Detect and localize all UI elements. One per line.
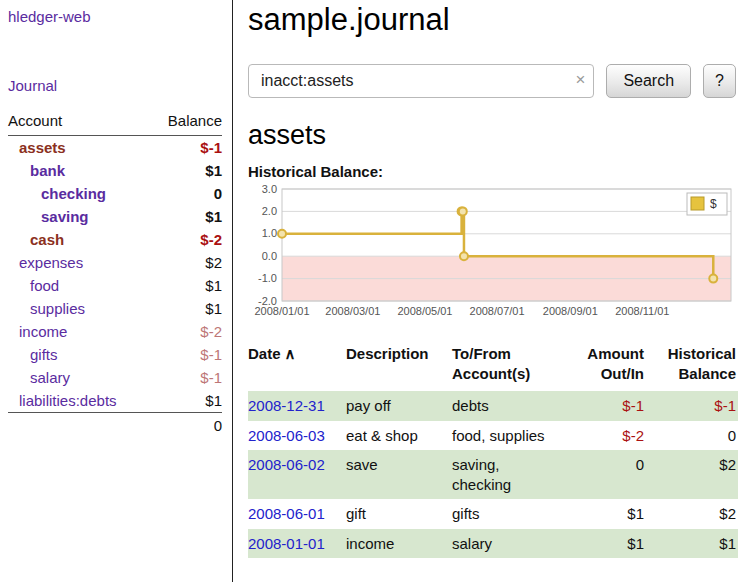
col-amount: Amount Out/In: [560, 342, 646, 391]
account-link[interactable]: liabilities:debts: [8, 392, 117, 409]
account-row: income $-2: [8, 320, 222, 343]
transaction-row: 2008-06-02 save saving, checking 0 $2: [248, 450, 738, 499]
transaction-accounts: gifts: [452, 499, 560, 529]
search-bar: × Search ?: [248, 64, 736, 98]
account-row: cash $-2: [8, 228, 222, 251]
account-balance: $1: [205, 300, 222, 317]
account-link[interactable]: income: [8, 323, 67, 340]
transaction-row: 2008-06-01 gift gifts $1 $2: [248, 499, 738, 529]
svg-text:$: $: [710, 197, 717, 211]
svg-text:-1.0: -1.0: [258, 272, 277, 284]
transaction-row: 2008-06-03 eat & shop food, supplies $-2…: [248, 421, 738, 451]
clear-search-icon[interactable]: ×: [575, 70, 585, 90]
accounts-total-row: 0: [8, 412, 222, 438]
account-row: salary $-1: [8, 366, 222, 389]
account-balance: $-1: [200, 369, 222, 386]
account-link[interactable]: salary: [8, 369, 70, 386]
transaction-description: pay off: [346, 391, 452, 421]
svg-text:0.0: 0.0: [262, 250, 277, 262]
svg-text:2008/07/01: 2008/07/01: [470, 305, 525, 317]
historical-balance-chart: 3.02.01.00.0-1.0-2.02008/01/012008/03/01…: [248, 184, 736, 326]
accounts-col-balance: Balance: [168, 112, 222, 129]
register-header-row: Date∧ Description To/From Account(s) Amo…: [248, 342, 738, 391]
transaction-date-link[interactable]: 2008-12-31: [248, 397, 325, 414]
transaction-accounts: salary: [452, 529, 560, 559]
account-link[interactable]: expenses: [8, 254, 83, 271]
account-row: bank $1: [8, 159, 222, 182]
transaction-date-link[interactable]: 2008-06-02: [248, 456, 325, 473]
col-description: Description: [346, 342, 452, 391]
transaction-balance: 0: [646, 421, 738, 451]
search-input[interactable]: [248, 64, 594, 98]
transaction-description: eat & shop: [346, 421, 452, 451]
account-balance: $2: [205, 254, 222, 271]
transaction-amount: $1: [560, 499, 646, 529]
transaction-amount: 0: [560, 450, 646, 499]
transaction-balance: $1: [646, 529, 738, 559]
transaction-date-link[interactable]: 2008-06-03: [248, 427, 325, 444]
svg-text:2008/05/01: 2008/05/01: [397, 305, 452, 317]
app-title-link[interactable]: hledger-web: [8, 8, 222, 25]
account-link[interactable]: assets: [8, 139, 66, 156]
transaction-balance: $2: [646, 450, 738, 499]
account-row: assets $-1: [8, 136, 222, 159]
account-row: gifts $-1: [8, 343, 222, 366]
main-content: sample.journal × Search ? assets Histori…: [233, 0, 742, 582]
page-title: sample.journal: [248, 2, 736, 38]
svg-text:2.0: 2.0: [262, 205, 277, 217]
transaction-row: 2008-01-01 income salary $1 $1: [248, 529, 738, 559]
account-link[interactable]: bank: [8, 162, 65, 179]
col-balance: Historical Balance: [646, 342, 738, 391]
account-row: expenses $2: [8, 251, 222, 274]
accounts-table: Account Balance assets $-1 bank $1 check…: [8, 108, 222, 438]
accounts-col-account: Account: [8, 112, 62, 129]
transaction-accounts: food, supplies: [452, 421, 560, 451]
help-button[interactable]: ?: [703, 64, 736, 98]
account-balance: $1: [205, 162, 222, 179]
svg-text:2008/03/01: 2008/03/01: [325, 305, 380, 317]
account-balance: $-2: [200, 323, 222, 340]
account-balance: $-2: [200, 231, 222, 248]
register-table: Date∧ Description To/From Account(s) Amo…: [248, 342, 738, 558]
account-balance: $1: [205, 277, 222, 294]
account-heading: assets: [248, 120, 736, 151]
app-root: hledger-web Journal Account Balance asse…: [0, 0, 742, 582]
account-row: supplies $1: [8, 297, 222, 320]
account-balance: $1: [205, 208, 222, 225]
account-row: liabilities:debts $1: [8, 389, 222, 412]
transaction-description: income: [346, 529, 452, 559]
svg-text:2008/09/01: 2008/09/01: [543, 305, 598, 317]
account-row: saving $1: [8, 205, 222, 228]
transaction-amount: $1: [560, 529, 646, 559]
account-balance: $-1: [200, 346, 222, 363]
svg-text:2008/11/01: 2008/11/01: [615, 305, 669, 317]
accounts-total-value: 0: [214, 417, 222, 434]
svg-text:2008/01/01: 2008/01/01: [254, 305, 309, 317]
transaction-balance: $-1: [646, 391, 738, 421]
account-balance: 0: [214, 185, 222, 202]
account-link[interactable]: cash: [8, 231, 64, 248]
sidebar-item-journal[interactable]: Journal: [8, 77, 222, 94]
transaction-amount: $-1: [560, 391, 646, 421]
transaction-balance: $2: [646, 499, 738, 529]
transaction-description: save: [346, 450, 452, 499]
transaction-date-link[interactable]: 2008-06-01: [248, 505, 325, 522]
account-balance: $-1: [200, 139, 222, 156]
sidebar: hledger-web Journal Account Balance asse…: [0, 0, 233, 582]
account-link[interactable]: supplies: [8, 300, 85, 317]
transaction-description: gift: [346, 499, 452, 529]
sort-asc-icon: ∧: [285, 345, 296, 362]
col-date[interactable]: Date∧: [248, 342, 346, 391]
account-link[interactable]: gifts: [8, 346, 58, 363]
transaction-row: 2008-12-31 pay off debts $-1 $-1: [248, 391, 738, 421]
chart-title: Historical Balance:: [248, 163, 736, 180]
search-button[interactable]: Search: [606, 64, 691, 98]
col-accounts: To/From Account(s): [452, 342, 560, 391]
account-link[interactable]: food: [8, 277, 59, 294]
account-row: food $1: [8, 274, 222, 297]
transaction-date-link[interactable]: 2008-01-01: [248, 535, 325, 552]
transaction-accounts: saving, checking: [452, 450, 560, 499]
account-link[interactable]: saving: [8, 208, 89, 225]
svg-text:1.0: 1.0: [262, 227, 277, 239]
account-link[interactable]: checking: [8, 185, 106, 202]
